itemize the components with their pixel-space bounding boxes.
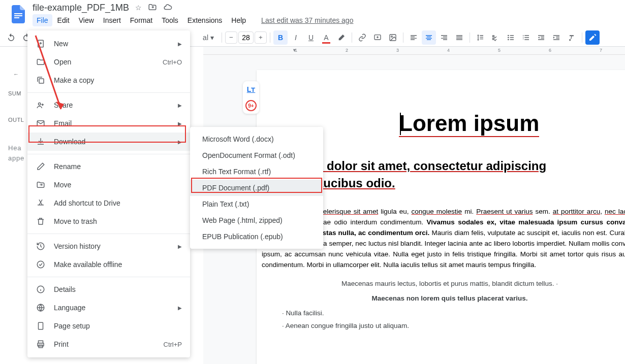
align-justify-button[interactable] bbox=[452, 30, 466, 45]
email-icon bbox=[36, 118, 46, 128]
menu-row-label: New bbox=[54, 40, 170, 48]
font-size-decrease[interactable]: − bbox=[225, 31, 237, 44]
page-setup-icon bbox=[36, 321, 46, 331]
text-color-button[interactable]: A bbox=[319, 30, 333, 45]
decrease-indent-button[interactable] bbox=[534, 30, 548, 45]
ruler-mark: 7 bbox=[600, 48, 602, 53]
download-option-microsoft-word-docx-[interactable]: Microsoft Word (.docx) bbox=[190, 131, 323, 147]
download-option-epub-publication-epub-[interactable]: EPUB Publication (.epub) bbox=[190, 228, 323, 245]
ruler-mark: 6 bbox=[549, 48, 551, 53]
menu-row-label: Add shortcut to Drive bbox=[54, 199, 182, 207]
menu-file[interactable]: File bbox=[33, 14, 52, 26]
increase-indent-button[interactable] bbox=[549, 30, 564, 45]
download-icon bbox=[36, 137, 46, 147]
style-dropdown[interactable]: al ▾ bbox=[198, 30, 218, 45]
details-icon bbox=[36, 284, 46, 294]
font-size-increase[interactable]: + bbox=[255, 31, 267, 44]
document-title[interactable]: file-example_PDF_1MB bbox=[33, 3, 129, 13]
download-option-opendocument-format-odt-[interactable]: OpenDocument Format (.odt) bbox=[190, 147, 323, 163]
menu-row-shortcut: Ctrl+P bbox=[164, 341, 182, 348]
language-icon bbox=[36, 303, 46, 313]
highlight-button[interactable] bbox=[334, 30, 349, 45]
file-menu-make-a-copy[interactable]: Make a copy bbox=[27, 71, 190, 89]
file-menu-add-shortcut-to-drive[interactable]: Add shortcut to Drive bbox=[27, 194, 190, 212]
numbered-list-button[interactable] bbox=[519, 30, 533, 45]
line-spacing-button[interactable] bbox=[473, 30, 487, 45]
last-edit-link[interactable]: Last edit was 37 minutes ago bbox=[261, 16, 353, 24]
svg-point-10 bbox=[508, 39, 509, 40]
doc-heading-1[interactable]: Lorem ipsum bbox=[399, 111, 539, 137]
move-icon bbox=[36, 180, 46, 190]
file-menu-new[interactable]: New▶ bbox=[27, 35, 190, 53]
print-icon bbox=[36, 339, 46, 349]
align-right-button[interactable] bbox=[437, 30, 451, 45]
ruler-mark: 4 bbox=[447, 48, 450, 53]
download-option-rich-text-format-rtf-[interactable]: Rich Text Format (.rtf) bbox=[190, 163, 323, 180]
menu-row-shortcut: Ctrl+O bbox=[163, 58, 182, 66]
text-cursor bbox=[400, 113, 401, 135]
menu-edit[interactable]: Edit bbox=[53, 14, 74, 26]
file-menu-make-available-offline[interactable]: Make available offline bbox=[27, 255, 190, 274]
move-folder-icon[interactable] bbox=[148, 3, 157, 13]
doc-bullet-1[interactable]: · Nulla facilisi. bbox=[282, 309, 625, 317]
add-comment-button[interactable] bbox=[370, 30, 385, 45]
svg-rect-18 bbox=[39, 322, 43, 329]
outline-text: Hea appe bbox=[8, 143, 28, 163]
menu-row-label: Email bbox=[54, 119, 170, 127]
menu-row-label: Version history bbox=[54, 242, 170, 250]
font-size-input[interactable] bbox=[238, 31, 254, 44]
italic-button[interactable]: I bbox=[289, 30, 303, 45]
download-option-pdf-document-pdf-[interactable]: PDF Document (.pdf) bbox=[190, 180, 323, 196]
undo-button[interactable] bbox=[4, 30, 18, 45]
download-option-plain-text-txt-[interactable]: Plain Text (.txt) bbox=[190, 196, 323, 212]
menu-extensions[interactable]: Extensions bbox=[183, 14, 226, 26]
ruler-mark: 2 bbox=[346, 48, 348, 53]
file-menu-page-setup[interactable]: Page setup bbox=[27, 317, 190, 335]
file-menu-move[interactable]: Move bbox=[27, 176, 190, 194]
checklist-button[interactable] bbox=[488, 30, 503, 45]
editing-mode-button[interactable] bbox=[585, 30, 600, 45]
download-option-web-page-html-zipped-[interactable]: Web Page (.html, zipped) bbox=[190, 212, 323, 228]
bullet-list-button[interactable] bbox=[504, 30, 518, 45]
bold-button[interactable]: B bbox=[273, 30, 288, 45]
menu-view[interactable]: View bbox=[75, 14, 98, 26]
menu-tools[interactable]: Tools bbox=[158, 14, 182, 26]
svg-point-8 bbox=[508, 35, 509, 36]
file-menu-email[interactable]: Email▶ bbox=[27, 114, 190, 133]
ruler[interactable]: ▼ 1 2 3 4 5 6 7 bbox=[203, 47, 625, 55]
menu-insert[interactable]: Insert bbox=[99, 14, 125, 26]
doc-paragraph-2[interactable]: Maecenas mauris lectus, lobortis et puru… bbox=[262, 280, 625, 287]
align-left-button[interactable] bbox=[407, 30, 421, 45]
file-menu-download[interactable]: Download▶ bbox=[27, 133, 190, 151]
file-menu-print[interactable]: PrintCtrl+P bbox=[27, 335, 190, 353]
align-center-button[interactable] bbox=[422, 30, 436, 45]
grammarly-icon[interactable]: 9+ bbox=[243, 97, 259, 114]
doc-bullet-2[interactable]: · Aenean congue fringilla justo ut aliqu… bbox=[282, 322, 625, 329]
file-menu-share[interactable]: Share▶ bbox=[27, 96, 190, 114]
panel-back-button[interactable]: ← bbox=[8, 66, 24, 82]
cloud-status-icon[interactable] bbox=[163, 3, 172, 13]
file-menu-language[interactable]: Language▶ bbox=[27, 299, 190, 317]
doc-paragraph-3[interactable]: Maecenas non lorem quis tellus placerat … bbox=[262, 294, 625, 302]
svg-rect-7 bbox=[493, 38, 494, 40]
file-menu-details[interactable]: Details bbox=[27, 280, 190, 299]
chevron-right-icon: ▶ bbox=[178, 103, 182, 108]
menu-help[interactable]: Help bbox=[227, 14, 250, 26]
file-menu-rename[interactable]: Rename bbox=[27, 157, 190, 176]
underline-button[interactable]: U bbox=[304, 30, 318, 45]
docs-logo-icon[interactable] bbox=[8, 4, 28, 24]
insert-link-button[interactable] bbox=[355, 30, 369, 45]
file-menu-open[interactable]: OpenCtrl+O bbox=[27, 53, 190, 71]
svg-rect-2 bbox=[14, 17, 19, 18]
file-menu-move-to-trash[interactable]: Move to trash bbox=[27, 212, 190, 230]
left-outline-panel: ← SUM OUTL Hea appe bbox=[8, 66, 28, 163]
chevron-right-icon: ▶ bbox=[178, 41, 182, 47]
star-icon[interactable]: ☆ bbox=[135, 4, 142, 12]
new-icon bbox=[36, 39, 46, 49]
menu-format[interactable]: Format bbox=[126, 14, 157, 26]
clear-formatting-button[interactable] bbox=[565, 30, 579, 45]
file-menu-version-history[interactable]: Version history▶ bbox=[27, 237, 190, 255]
ruler-mark: 5 bbox=[498, 48, 501, 53]
insert-image-button[interactable] bbox=[386, 30, 400, 45]
language-tool-icon[interactable]: Lᴛ bbox=[243, 81, 259, 97]
